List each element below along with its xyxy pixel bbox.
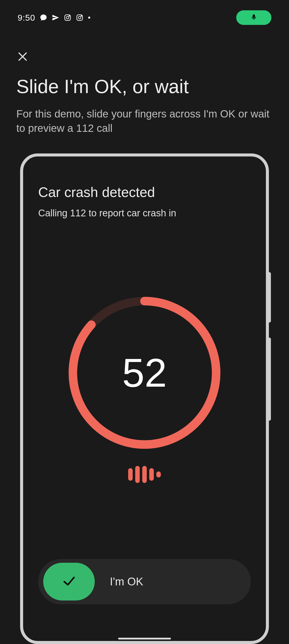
- page-title: Slide I'm OK, or wait: [16, 75, 273, 97]
- home-indicator[interactable]: [118, 638, 171, 639]
- svg-point-4: [78, 16, 81, 19]
- im-ok-slider[interactable]: I'm OK: [38, 559, 251, 604]
- wave-bar: [128, 468, 133, 481]
- close-icon: [16, 59, 29, 64]
- paper-plane-icon: [52, 14, 59, 21]
- instagram-icon: [76, 14, 83, 21]
- instagram-icon: [64, 14, 71, 21]
- status-left: 9:50: [18, 13, 90, 23]
- mic-icon: [251, 14, 257, 21]
- svg-point-2: [69, 16, 70, 16]
- panel-subtitle: Calling 112 to report car crash in: [38, 208, 251, 219]
- mic-indicator[interactable]: [236, 10, 271, 25]
- close-button[interactable]: [16, 59, 29, 64]
- phone-mockup: Car crash detected Calling 112 to report…: [20, 153, 269, 644]
- countdown-value: 52: [67, 295, 222, 451]
- phone-side-button: [266, 338, 271, 421]
- svg-rect-7: [253, 15, 255, 18]
- svg-point-1: [66, 16, 69, 19]
- dot-icon: [88, 16, 90, 19]
- chat-icon: [40, 14, 47, 21]
- countdown-ring: 52: [67, 295, 222, 451]
- svg-point-5: [81, 16, 82, 16]
- slider-label: I'm OK: [110, 575, 143, 588]
- wave-bar: [149, 468, 154, 481]
- page-subtitle: For this demo, slide your fingers across…: [16, 107, 273, 135]
- status-bar: 9:50: [0, 0, 289, 35]
- wave-bar: [142, 466, 147, 483]
- slider-thumb[interactable]: [43, 563, 95, 600]
- check-icon: [62, 574, 76, 589]
- crash-panel: Car crash detected Calling 112 to report…: [23, 156, 266, 219]
- wave-bar: [156, 471, 161, 477]
- status-time: 9:50: [18, 13, 35, 23]
- page-header: Slide I'm OK, or wait For this demo, sli…: [16, 75, 273, 136]
- svg-point-6: [88, 17, 90, 19]
- panel-title: Car crash detected: [38, 184, 251, 200]
- phone-side-button: [266, 272, 271, 323]
- audio-wave-icon: [128, 466, 161, 483]
- wave-bar: [135, 466, 140, 483]
